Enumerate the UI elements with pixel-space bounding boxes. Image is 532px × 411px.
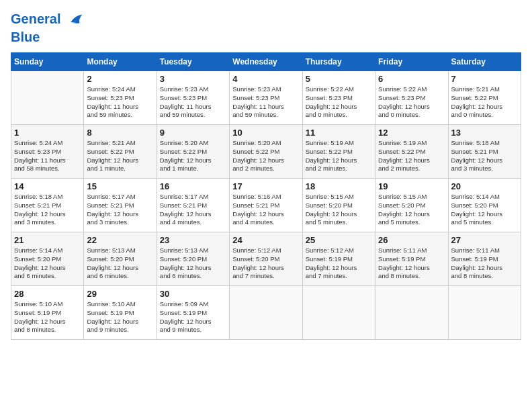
day-info: Sunrise: 5:18 AM Sunset: 5:21 PM Dayligh… — [451, 139, 518, 173]
calendar-week-0: 2Sunrise: 5:24 AM Sunset: 5:23 PM Daylig… — [11, 71, 521, 125]
day-info: Sunrise: 5:23 AM Sunset: 5:23 PM Dayligh… — [160, 85, 226, 120]
logo: General Blue — [11, 11, 85, 44]
calendar-cell: 26Sunrise: 5:11 AM Sunset: 5:19 PM Dayli… — [375, 232, 448, 286]
column-header-wednesday: Wednesday — [230, 53, 302, 71]
calendar-cell — [375, 286, 448, 340]
day-number: 12 — [378, 128, 445, 138]
day-info: Sunrise: 5:22 AM Sunset: 5:23 PM Dayligh… — [306, 85, 372, 120]
calendar-cell: 5Sunrise: 5:22 AM Sunset: 5:23 PM Daylig… — [302, 71, 375, 125]
calendar-cell: 21Sunrise: 5:14 AM Sunset: 5:20 PM Dayli… — [11, 232, 84, 286]
day-info: Sunrise: 5:24 AM Sunset: 5:23 PM Dayligh… — [87, 85, 153, 120]
calendar-cell: 1Sunrise: 5:24 AM Sunset: 5:23 PM Daylig… — [11, 125, 84, 179]
calendar-cell: 29Sunrise: 5:10 AM Sunset: 5:19 PM Dayli… — [84, 286, 157, 340]
day-info: Sunrise: 5:13 AM Sunset: 5:20 PM Dayligh… — [160, 246, 226, 281]
day-info: Sunrise: 5:18 AM Sunset: 5:21 PM Dayligh… — [14, 193, 81, 227]
column-header-monday: Monday — [84, 53, 157, 71]
calendar-cell: 15Sunrise: 5:17 AM Sunset: 5:21 PM Dayli… — [84, 179, 157, 232]
day-number: 30 — [160, 289, 226, 299]
calendar-table: SundayMondayTuesdayWednesdayThursdayFrid… — [11, 52, 521, 340]
calendar-cell: 13Sunrise: 5:18 AM Sunset: 5:21 PM Dayli… — [448, 125, 521, 179]
calendar-cell: 9Sunrise: 5:20 AM Sunset: 5:22 PM Daylig… — [157, 125, 229, 179]
calendar-cell: 24Sunrise: 5:12 AM Sunset: 5:20 PM Dayli… — [230, 232, 302, 286]
day-info: Sunrise: 5:14 AM Sunset: 5:20 PM Dayligh… — [14, 246, 81, 281]
calendar-cell: 30Sunrise: 5:09 AM Sunset: 5:19 PM Dayli… — [157, 286, 229, 340]
calendar-cell: 25Sunrise: 5:12 AM Sunset: 5:19 PM Dayli… — [302, 232, 375, 286]
calendar-week-4: 28Sunrise: 5:10 AM Sunset: 5:19 PM Dayli… — [11, 286, 521, 340]
day-number: 27 — [451, 235, 518, 245]
day-info: Sunrise: 5:12 AM Sunset: 5:19 PM Dayligh… — [306, 246, 372, 281]
calendar-cell: 27Sunrise: 5:11 AM Sunset: 5:19 PM Dayli… — [448, 232, 521, 286]
calendar-week-3: 21Sunrise: 5:14 AM Sunset: 5:20 PM Dayli… — [11, 232, 521, 286]
calendar-header-row: SundayMondayTuesdayWednesdayThursdayFrid… — [11, 53, 521, 71]
calendar-cell: 4Sunrise: 5:23 AM Sunset: 5:23 PM Daylig… — [230, 71, 302, 125]
day-info: Sunrise: 5:17 AM Sunset: 5:21 PM Dayligh… — [160, 193, 226, 227]
day-number: 15 — [87, 181, 153, 191]
day-number: 10 — [232, 128, 299, 138]
day-number: 6 — [378, 74, 445, 84]
day-number: 29 — [87, 289, 153, 299]
day-number: 18 — [306, 181, 372, 191]
day-number: 17 — [232, 181, 299, 191]
calendar-week-1: 1Sunrise: 5:24 AM Sunset: 5:23 PM Daylig… — [11, 125, 521, 179]
day-info: Sunrise: 5:13 AM Sunset: 5:20 PM Dayligh… — [87, 246, 153, 281]
logo-bird-icon — [66, 11, 85, 30]
calendar-cell — [448, 286, 521, 340]
day-number: 21 — [14, 235, 81, 245]
day-info: Sunrise: 5:09 AM Sunset: 5:19 PM Dayligh… — [160, 300, 226, 334]
day-number: 26 — [378, 235, 445, 245]
day-info: Sunrise: 5:17 AM Sunset: 5:21 PM Dayligh… — [87, 193, 153, 227]
calendar-cell — [230, 286, 302, 340]
calendar-cell — [302, 286, 375, 340]
column-header-thursday: Thursday — [302, 53, 375, 71]
calendar-cell: 11Sunrise: 5:19 AM Sunset: 5:22 PM Dayli… — [302, 125, 375, 179]
day-info: Sunrise: 5:20 AM Sunset: 5:22 PM Dayligh… — [160, 139, 226, 173]
calendar-cell: 28Sunrise: 5:10 AM Sunset: 5:19 PM Dayli… — [11, 286, 84, 340]
day-info: Sunrise: 5:12 AM Sunset: 5:20 PM Dayligh… — [232, 246, 299, 281]
day-info: Sunrise: 5:10 AM Sunset: 5:19 PM Dayligh… — [14, 300, 81, 334]
day-number: 7 — [451, 74, 518, 84]
day-info: Sunrise: 5:23 AM Sunset: 5:23 PM Dayligh… — [232, 85, 299, 120]
day-number: 2 — [87, 74, 153, 84]
day-info: Sunrise: 5:10 AM Sunset: 5:19 PM Dayligh… — [87, 300, 153, 334]
day-number: 28 — [14, 289, 81, 299]
logo-text-blue: Blue — [11, 30, 85, 44]
calendar-cell: 6Sunrise: 5:22 AM Sunset: 5:23 PM Daylig… — [375, 71, 448, 125]
day-number: 9 — [160, 128, 226, 138]
calendar-cell: 7Sunrise: 5:21 AM Sunset: 5:22 PM Daylig… — [448, 71, 521, 125]
calendar-cell: 2Sunrise: 5:24 AM Sunset: 5:23 PM Daylig… — [84, 71, 157, 125]
day-number: 24 — [232, 235, 299, 245]
day-number: 1 — [14, 128, 81, 138]
logo-text-general: General — [11, 11, 60, 26]
day-info: Sunrise: 5:11 AM Sunset: 5:19 PM Dayligh… — [451, 246, 518, 281]
day-info: Sunrise: 5:21 AM Sunset: 5:22 PM Dayligh… — [451, 85, 518, 120]
day-number: 13 — [451, 128, 518, 138]
calendar-cell: 14Sunrise: 5:18 AM Sunset: 5:21 PM Dayli… — [11, 179, 84, 232]
day-info: Sunrise: 5:21 AM Sunset: 5:22 PM Dayligh… — [87, 139, 153, 173]
day-info: Sunrise: 5:14 AM Sunset: 5:20 PM Dayligh… — [451, 193, 518, 227]
column-header-saturday: Saturday — [448, 53, 521, 71]
calendar-cell: 18Sunrise: 5:15 AM Sunset: 5:20 PM Dayli… — [302, 179, 375, 232]
day-info: Sunrise: 5:22 AM Sunset: 5:23 PM Dayligh… — [378, 85, 445, 120]
day-info: Sunrise: 5:11 AM Sunset: 5:19 PM Dayligh… — [378, 246, 445, 281]
day-number: 4 — [232, 74, 299, 84]
day-info: Sunrise: 5:15 AM Sunset: 5:20 PM Dayligh… — [306, 193, 372, 227]
calendar-cell: 19Sunrise: 5:15 AM Sunset: 5:20 PM Dayli… — [375, 179, 448, 232]
day-info: Sunrise: 5:16 AM Sunset: 5:21 PM Dayligh… — [232, 193, 299, 227]
day-number: 19 — [378, 181, 445, 191]
day-number: 8 — [87, 128, 153, 138]
calendar-cell — [11, 71, 84, 125]
page-header: General Blue — [11, 11, 521, 44]
calendar-cell: 20Sunrise: 5:14 AM Sunset: 5:20 PM Dayli… — [448, 179, 521, 232]
day-info: Sunrise: 5:24 AM Sunset: 5:23 PM Dayligh… — [14, 139, 81, 173]
calendar-cell: 16Sunrise: 5:17 AM Sunset: 5:21 PM Dayli… — [157, 179, 229, 232]
calendar-cell: 23Sunrise: 5:13 AM Sunset: 5:20 PM Dayli… — [157, 232, 229, 286]
day-number: 25 — [306, 235, 372, 245]
calendar-cell: 8Sunrise: 5:21 AM Sunset: 5:22 PM Daylig… — [84, 125, 157, 179]
column-header-tuesday: Tuesday — [157, 53, 229, 71]
column-header-friday: Friday — [375, 53, 448, 71]
day-number: 16 — [160, 181, 226, 191]
calendar-cell: 17Sunrise: 5:16 AM Sunset: 5:21 PM Dayli… — [230, 179, 302, 232]
column-header-sunday: Sunday — [11, 53, 84, 71]
day-number: 14 — [14, 181, 81, 191]
day-info: Sunrise: 5:19 AM Sunset: 5:22 PM Dayligh… — [378, 139, 445, 173]
